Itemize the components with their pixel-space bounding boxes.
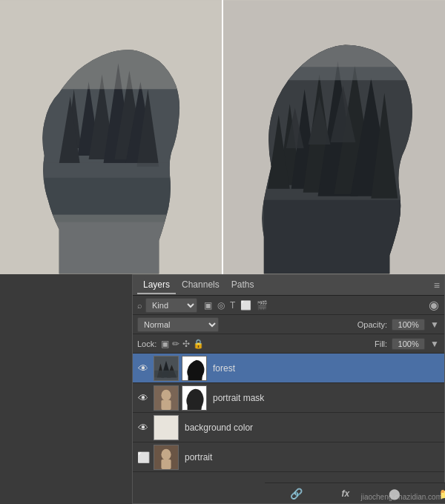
layer-thumb-portrait bbox=[154, 445, 179, 470]
filter-icons: ▣ ◎ T ⬜ 🎬 bbox=[203, 299, 268, 311]
lock-icons: ▣ ✏ ✣ 🔒 bbox=[161, 339, 204, 349]
filter-adjust-icon[interactable]: ◎ bbox=[217, 299, 225, 311]
kind-select[interactable]: Kind bbox=[145, 298, 197, 313]
layer-visibility-portrait[interactable]: ⬜ bbox=[136, 451, 151, 463]
search-icon: ⌕ bbox=[137, 301, 142, 310]
watermark: jiaocheng.chazidian.com bbox=[360, 493, 442, 501]
fill-menu-icon[interactable]: ▼ bbox=[429, 338, 440, 350]
layer-mask-forest bbox=[182, 356, 207, 381]
opacity-menu-icon[interactable]: ▼ bbox=[429, 319, 440, 331]
svg-point-42 bbox=[161, 448, 171, 460]
tab-channels[interactable]: Channels bbox=[176, 276, 225, 294]
layer-thumb-background-color bbox=[154, 415, 179, 440]
filter-smart-icon[interactable]: 🎬 bbox=[256, 299, 268, 311]
lock-all-icon[interactable]: 🔒 bbox=[193, 339, 204, 349]
fx-button[interactable]: fx bbox=[339, 487, 353, 500]
blend-mode-select[interactable]: Normal bbox=[137, 317, 219, 332]
layer-visibility-background-color[interactable]: 👁 bbox=[136, 422, 151, 434]
svg-rect-11 bbox=[44, 163, 177, 178]
layer-name-portrait-mask: portrait mask bbox=[210, 393, 441, 403]
layer-thumb-forest bbox=[154, 356, 179, 381]
layer-row-portrait[interactable]: ⬜ portrait bbox=[133, 442, 444, 472]
svg-rect-13 bbox=[44, 215, 177, 274]
layer-row-portrait-mask[interactable]: 👁 portrait mask bbox=[133, 383, 444, 413]
lock-move-icon[interactable]: ✣ bbox=[182, 339, 190, 349]
layers-panel: Layers Channels Paths ≡ ⌕ Kind ▣ ◎ T ⬜ 🎬… bbox=[132, 274, 445, 504]
layer-name-background-color: background color bbox=[182, 422, 441, 433]
layer-name-portrait: portrait bbox=[182, 452, 441, 462]
panel-menu-icon[interactable]: ≡ bbox=[434, 279, 440, 291]
layer-row-forest[interactable]: 👁 forest bbox=[133, 354, 444, 383]
filter-pixel-icon[interactable]: ▣ bbox=[203, 299, 213, 311]
layer-thumb-portrait-mask bbox=[154, 385, 179, 411]
tab-layers[interactable]: Layers bbox=[137, 276, 176, 294]
image-area bbox=[0, 0, 445, 274]
filter-toggle[interactable]: ◉ bbox=[428, 297, 440, 313]
svg-rect-28 bbox=[264, 200, 404, 274]
layer-visibility-forest[interactable]: 👁 bbox=[136, 362, 151, 374]
filter-row: ⌕ Kind ▣ ◎ T ⬜ 🎬 ◉ bbox=[133, 296, 444, 315]
blend-row: Normal Opacity: 100% ▼ bbox=[133, 315, 444, 334]
svg-rect-38 bbox=[161, 399, 171, 409]
svg-rect-34 bbox=[154, 370, 178, 377]
opacity-label: Opacity: bbox=[357, 320, 387, 329]
svg-rect-43 bbox=[161, 459, 171, 468]
tab-paths[interactable]: Paths bbox=[225, 276, 260, 294]
link-button[interactable]: 🔗 bbox=[287, 486, 306, 501]
layer-visibility-portrait-mask[interactable]: 👁 bbox=[136, 392, 151, 404]
lock-label: Lock: bbox=[137, 339, 156, 348]
lock-transparency-icon[interactable]: ▣ bbox=[161, 339, 169, 349]
lock-paint-icon[interactable]: ✏ bbox=[172, 339, 179, 349]
filter-shape-icon[interactable]: ⬜ bbox=[240, 299, 252, 311]
layer-row-background-color[interactable]: 👁 background color bbox=[133, 413, 444, 442]
right-image-panel bbox=[223, 0, 445, 274]
svg-rect-40 bbox=[154, 416, 178, 440]
left-image-panel bbox=[0, 0, 223, 274]
layer-name-forest: forest bbox=[210, 363, 441, 374]
layers-tabs: Layers Channels Paths ≡ bbox=[133, 275, 444, 296]
layer-mask-portrait-mask bbox=[182, 385, 207, 411]
svg-point-37 bbox=[161, 389, 171, 400]
filter-type-icon[interactable]: T bbox=[229, 299, 236, 311]
opacity-value[interactable]: 100% bbox=[392, 319, 425, 331]
lock-row: Lock: ▣ ✏ ✣ 🔒 Fill: 100% ▼ bbox=[133, 334, 444, 354]
fill-value[interactable]: 100% bbox=[392, 338, 425, 350]
fill-label: Fill: bbox=[375, 339, 387, 348]
